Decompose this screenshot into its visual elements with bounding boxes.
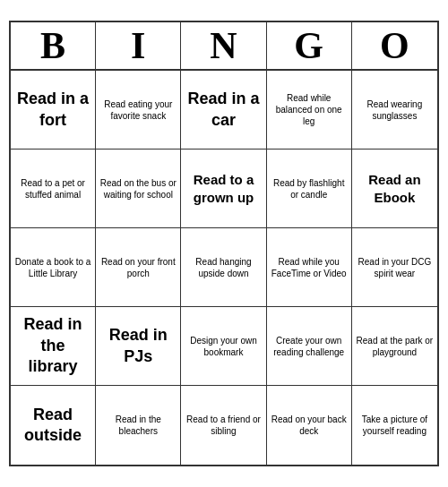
bingo-cell-17: Design your own bookmark bbox=[181, 307, 266, 386]
bingo-cell-7: Read to a grown up bbox=[181, 150, 266, 228]
bingo-cell-9: Read an Ebook bbox=[352, 150, 437, 228]
bingo-grid: Read in a fortRead eating your favorite … bbox=[11, 71, 437, 465]
bingo-cell-8: Read by flashlight or candle bbox=[267, 150, 352, 228]
bingo-letter-i: I bbox=[96, 22, 181, 69]
bingo-cell-19: Read at the park or playground bbox=[352, 307, 437, 386]
bingo-cell-14: Read in your DCG spirit wear bbox=[352, 228, 437, 307]
bingo-letter-g: G bbox=[267, 22, 352, 69]
bingo-cell-22: Read to a friend or sibling bbox=[181, 386, 266, 465]
bingo-cell-24: Take a picture of yourself reading bbox=[352, 386, 437, 465]
bingo-cell-1: Read eating your favorite snack bbox=[96, 71, 181, 150]
bingo-cell-4: Read wearing sunglasses bbox=[352, 71, 437, 150]
bingo-letter-n: N bbox=[181, 22, 266, 69]
bingo-cell-11: Read on your front porch bbox=[96, 228, 181, 307]
bingo-cell-16: Read in PJs bbox=[96, 307, 181, 386]
bingo-cell-6: Read on the bus or waiting for school bbox=[96, 150, 181, 228]
bingo-cell-23: Read on your back deck bbox=[267, 386, 352, 465]
bingo-cell-3: Read while balanced on one leg bbox=[267, 71, 352, 150]
bingo-cell-12: Read hanging upside down bbox=[181, 228, 266, 307]
bingo-cell-20: Read outside bbox=[11, 386, 96, 465]
bingo-card: BINGO Read in a fortRead eating your fav… bbox=[9, 21, 439, 466]
bingo-cell-15: Read in the library bbox=[11, 307, 96, 386]
bingo-cell-21: Read in the bleachers bbox=[96, 386, 181, 465]
bingo-cell-2: Read in a car bbox=[181, 71, 266, 150]
bingo-letter-b: B bbox=[11, 22, 96, 69]
bingo-letter-o: O bbox=[352, 22, 437, 69]
bingo-cell-5: Read to a pet or stuffed animal bbox=[11, 150, 96, 228]
bingo-cell-10: Donate a book to a Little Library bbox=[11, 228, 96, 307]
bingo-cell-0: Read in a fort bbox=[11, 71, 96, 150]
bingo-cell-13: Read while you FaceTime or Video bbox=[267, 228, 352, 307]
bingo-cell-18: Create your own reading challenge bbox=[267, 307, 352, 386]
bingo-header: BINGO bbox=[11, 22, 437, 71]
